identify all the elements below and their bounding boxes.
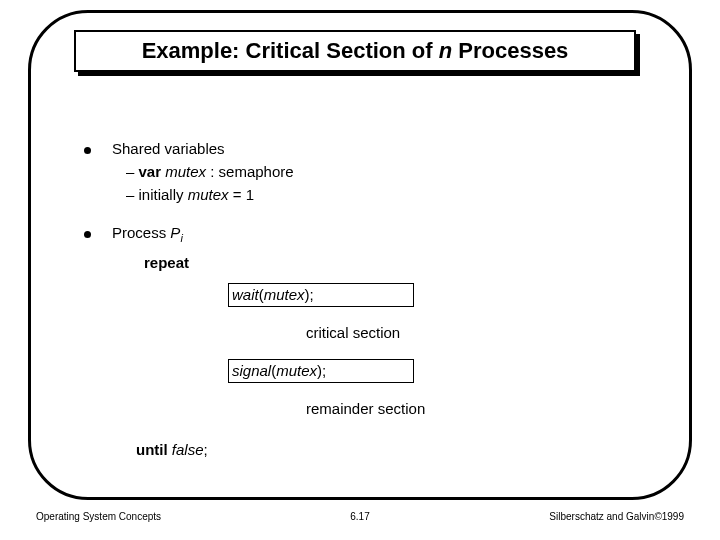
bullet-process: Process Pi [84,224,644,244]
bullet-dot-icon [84,231,91,238]
footer-right-pre: Silberschatz and Galvin [549,511,654,522]
bullet-1-text: Shared variables [112,140,225,157]
wait-arg: mutex [264,286,305,303]
signal-rp: ); [317,362,326,379]
repeat-line: repeat [144,254,644,271]
sub-line-2: – initially mutex = 1 [126,184,644,207]
footer-right: Silberschatz and Galvin©1999 [549,511,684,522]
sub1-mutex: mutex [165,163,206,180]
wait-rp: ); [305,286,314,303]
copyright-icon: © [654,511,661,522]
repeat-kw: repeat [144,254,189,271]
rem-row: remainder section [84,397,644,423]
until-line: until false; [136,441,644,458]
title-n: n [439,38,452,63]
bullet-2-i: i [180,232,182,244]
sub2-pre: – initially [126,186,188,203]
slide-title-box: Example: Critical Section of n Processes [74,30,636,72]
wait-row: wait(mutex); [84,283,644,309]
signal-call: signal(mutex); [232,362,326,379]
until-semi: ; [204,441,208,458]
sub1-post: : semaphore [206,163,294,180]
critical-section-text: critical section [306,324,400,341]
bullet-2-p: P [170,224,180,241]
wait-call: wait(mutex); [232,286,314,303]
signal-fn: signal [232,362,271,379]
signal-arg: mutex [276,362,317,379]
footer-right-post: 1999 [662,511,684,522]
bullet-dot-icon [84,147,91,154]
sub-line-1: – var mutex : semaphore [126,161,644,184]
remainder-section-text: remainder section [306,400,425,417]
bullet-shared-vars: Shared variables [84,140,644,157]
until-val: false [172,441,204,458]
slide-footer: Operating System Concepts 6.17 Silbersch… [36,511,684,531]
sub2-post: = 1 [229,186,254,203]
wait-fn: wait [232,286,259,303]
slide-title: Example: Critical Section of n Processes [142,38,569,64]
sub1-var: var [139,163,166,180]
sub2-mutex: mutex [188,186,229,203]
slide-body: Shared variables – var mutex : semaphore… [84,140,644,458]
until-kw: until [136,441,172,458]
crit-row: critical section [84,321,644,347]
signal-row: signal(mutex); [84,359,644,385]
title-pre: Example: Critical Section of [142,38,439,63]
title-post: Processes [452,38,568,63]
sub1-pre: – [126,163,139,180]
bullet-2-pre: Process [112,224,170,241]
